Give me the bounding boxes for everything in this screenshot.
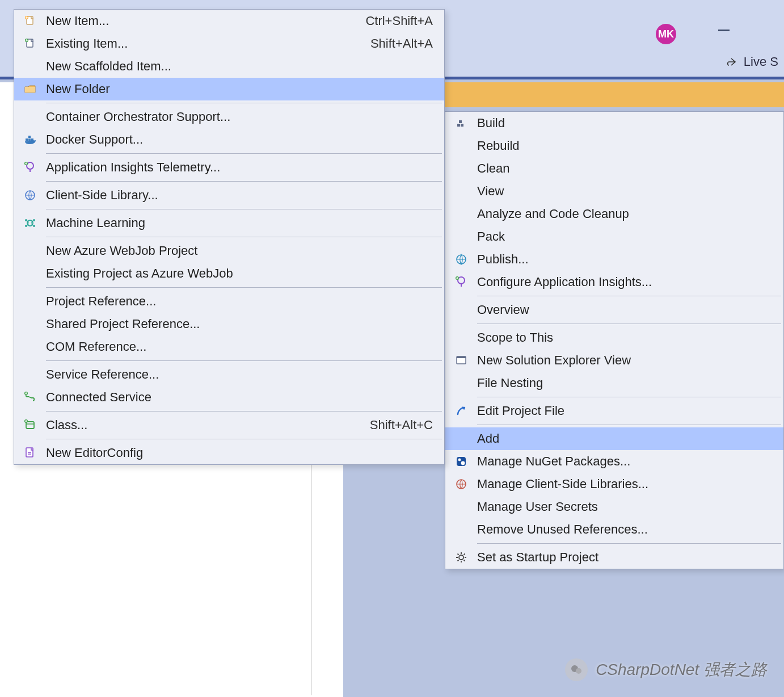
menu-item-overview[interactable]: Overview [445, 299, 783, 321]
menu-item-shared-proj-ref[interactable]: Shared Project Reference... [14, 313, 444, 335]
menu-item-label: Build [477, 116, 772, 131]
watermark: CSharpDotNet 强者之路 [565, 658, 767, 681]
menu-item-edit-proj[interactable]: Edit Project File [445, 400, 783, 422]
menu-item-new-sol-view[interactable]: New Solution Explorer View [445, 349, 783, 372]
svg-point-27 [33, 219, 35, 221]
menu-item-label: Configure Application Insights... [477, 275, 772, 289]
menu-item-com-ref[interactable]: COM Reference... [14, 335, 444, 358]
app-insights-icon [445, 275, 477, 289]
svg-rect-8 [457, 457, 466, 466]
menu-item-new-folder[interactable]: New Folder [14, 78, 444, 100]
docker-icon [14, 133, 46, 146]
menu-item-remove-refs[interactable]: Remove Unused References... [445, 518, 783, 541]
menu-item-build[interactable]: Build [445, 112, 783, 135]
new-sol-view-icon [445, 354, 477, 367]
menu-item-label: Existing Project as Azure WebJob [46, 266, 433, 281]
menu-item-connected-svc[interactable]: Connected Service [14, 386, 444, 409]
menu-item-new-item[interactable]: New Item...Ctrl+Shift+A [14, 10, 444, 32]
menu-item-label: Overview [477, 303, 772, 317]
menu-item-label: Set as Startup Project [477, 550, 772, 565]
menu-item-shortcut: Shift+Alt+C [370, 418, 433, 433]
menu-item-label: Clean [477, 161, 772, 176]
menu-item-machine-learning[interactable]: Machine Learning [14, 212, 444, 234]
menu-item-container-orch[interactable]: Container Orchestrator Support... [14, 106, 444, 128]
minimize-button[interactable] [718, 30, 730, 31]
menu-item-class[interactable]: Class...Shift+Alt+C [14, 414, 444, 436]
menu-item-clean[interactable]: Clean [445, 157, 783, 180]
menu-item-client-lib[interactable]: Client-Side Library... [14, 184, 444, 207]
menu-item-existing-item[interactable]: Existing Item...Shift+Alt+A [14, 32, 444, 55]
svg-rect-20 [28, 136, 31, 138]
menu-item-label: Manage User Secrets [477, 499, 772, 514]
svg-rect-18 [26, 138, 28, 141]
menu-item-label: Manage Client-Side Libraries... [477, 477, 772, 492]
edit-icon [445, 404, 477, 418]
menu-item-label: Container Orchestrator Support... [46, 110, 433, 124]
menu-item-label: Service Reference... [46, 367, 433, 382]
menu-item-label: Publish... [477, 252, 772, 267]
svg-rect-19 [28, 138, 31, 141]
class-icon [14, 418, 46, 432]
menu-item-label: Scope to This [477, 330, 772, 345]
menu-item-existing-azure[interactable]: Existing Project as Azure WebJob [14, 262, 444, 285]
svg-point-9 [458, 459, 461, 461]
menu-item-docker-support[interactable]: Docker Support... [14, 128, 444, 151]
menu-item-new-azure-webjob[interactable]: New Azure WebJob Project [14, 240, 444, 262]
menu-item-label: Manage NuGet Packages... [477, 454, 772, 469]
menu-item-label: Application Insights Telemetry... [46, 160, 433, 175]
menu-item-label: Remove Unused References... [477, 522, 772, 537]
folder-icon [14, 82, 46, 96]
app-insights-icon [14, 161, 46, 174]
menu-item-nuget[interactable]: Manage NuGet Packages... [445, 450, 783, 473]
menu-item-new-scaffolded[interactable]: New Scaffolded Item... [14, 55, 444, 78]
svg-point-12 [459, 555, 463, 560]
menu-item-label: Client-Side Library... [46, 188, 433, 203]
menu-item-pack[interactable]: Pack [445, 225, 783, 248]
menu-separator [46, 360, 442, 361]
menu-item-label: New EditorConfig [46, 446, 433, 460]
svg-point-28 [25, 225, 27, 227]
ml-icon [14, 216, 46, 230]
build-icon [445, 116, 477, 130]
svg-point-35 [576, 668, 581, 674]
menu-item-analyze[interactable]: Analyze and Code Cleanup [445, 203, 783, 225]
svg-point-25 [27, 220, 33, 226]
menu-separator [46, 411, 442, 412]
menu-separator [477, 296, 781, 296]
menu-item-label: Existing Item... [46, 36, 353, 51]
menu-item-new-editorconfig[interactable]: New EditorConfig [14, 442, 444, 464]
user-avatar[interactable]: MK [656, 24, 676, 44]
menu-item-user-secrets[interactable]: Manage User Secrets [445, 496, 783, 518]
gear-icon [445, 551, 477, 564]
menu-item-scope[interactable]: Scope to This [445, 326, 783, 349]
menu-item-file-nesting[interactable]: File Nesting [445, 372, 783, 394]
menu-item-rebuild[interactable]: Rebuild [445, 135, 783, 157]
menu-item-label: New Item... [46, 14, 348, 28]
menu-separator [46, 153, 442, 154]
live-share-button[interactable]: Live S [726, 54, 778, 69]
svg-rect-1 [461, 124, 463, 127]
client-lib-icon [14, 188, 46, 202]
menu-item-shortcut: Shift+Alt+A [370, 36, 433, 51]
menu-item-label: New Solution Explorer View [477, 353, 772, 368]
menu-item-proj-ref[interactable]: Project Reference... [14, 290, 444, 313]
svg-rect-17 [25, 87, 35, 93]
menu-item-publish[interactable]: Publish... [445, 248, 783, 271]
menu-item-label: New Azure WebJob Project [46, 243, 433, 258]
client-lib-red-icon [445, 477, 477, 491]
menu-item-label: Connected Service [46, 390, 433, 405]
menu-item-startup[interactable]: Set as Startup Project [445, 546, 783, 569]
menu-item-label: View [477, 184, 772, 199]
menu-item-add[interactable]: Add [445, 427, 783, 450]
menu-item-label: New Scaffolded Item... [46, 59, 433, 74]
watermark-text: CSharpDotNet 强者之路 [596, 659, 767, 681]
menu-item-service-ref[interactable]: Service Reference... [14, 363, 444, 386]
publish-icon [445, 253, 477, 266]
menu-item-client-libs[interactable]: Manage Client-Side Libraries... [445, 473, 783, 496]
menu-item-app-insights[interactable]: Application Insights Telemetry... [14, 156, 444, 179]
menu-item-label: Analyze and Code Cleanup [477, 207, 772, 221]
menu-item-config-insights[interactable]: Configure Application Insights... [445, 271, 783, 293]
svg-rect-2 [459, 120, 462, 123]
svg-rect-0 [457, 124, 460, 127]
menu-item-view[interactable]: View [445, 180, 783, 203]
